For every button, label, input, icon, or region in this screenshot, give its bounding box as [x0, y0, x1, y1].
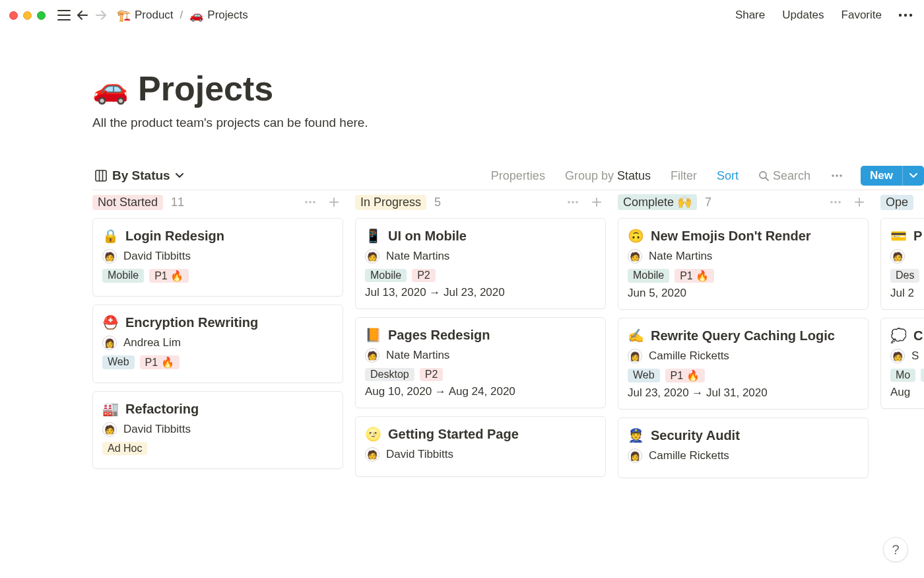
- view-label: By Status: [112, 168, 170, 183]
- card-assignee: 🧑S: [890, 349, 924, 363]
- board-card[interactable]: 📙Pages Redesign🧑Nate MartinsDesktopP2Aug…: [355, 317, 606, 408]
- tag: Des: [890, 269, 919, 283]
- card-title-text: Getting Started Page: [388, 427, 519, 442]
- card-title: 👮Security Audit: [628, 427, 859, 443]
- card-date: Jun 5, 2020: [628, 287, 859, 300]
- card-title: 🏭Refactoring: [102, 401, 333, 417]
- card-date: Aug: [890, 386, 924, 399]
- card-tags: MobileP2: [365, 269, 596, 282]
- assignee-name: Andrea Lim: [123, 336, 181, 349]
- add-card-icon[interactable]: [850, 193, 869, 211]
- card-title: 🙃New Emojis Don't Render: [628, 228, 859, 244]
- avatar: 🧑: [365, 249, 380, 264]
- svg-point-7: [909, 14, 912, 17]
- db-more-icon[interactable]: [828, 166, 846, 185]
- tag: Mobile: [628, 269, 669, 283]
- card-emoji-icon: 🌝: [365, 426, 381, 442]
- column-tools: [826, 193, 869, 211]
- sidebar-toggle-icon[interactable]: [55, 6, 73, 24]
- breadcrumb-parent[interactable]: 🏗️ Product: [114, 7, 176, 24]
- close-window-button[interactable]: [9, 11, 18, 20]
- card-emoji-icon: 💭: [890, 328, 907, 343]
- share-button[interactable]: Share: [733, 7, 768, 23]
- card-title: 📱UI on Mobile: [365, 228, 596, 244]
- column-more-icon[interactable]: [301, 193, 319, 211]
- board-card[interactable]: ⛑️Encryption Rewriting👩Andrea LimWebP1 🔥: [92, 305, 343, 383]
- board-card[interactable]: 📱UI on Mobile🧑Nate MartinsMobileP2Jul 13…: [355, 218, 606, 309]
- status-badge[interactable]: In Progress: [355, 195, 426, 210]
- status-badge[interactable]: Not Started: [92, 195, 163, 210]
- back-icon[interactable]: [73, 6, 92, 24]
- board-card[interactable]: 👮Security Audit👩Camille Ricketts: [618, 417, 869, 478]
- card-tags: MobileP1 🔥: [628, 269, 859, 283]
- card-title-text: Pages Redesign: [388, 328, 490, 343]
- favorite-button[interactable]: Favorite: [839, 7, 884, 23]
- help-button[interactable]: ?: [883, 537, 908, 562]
- page-title[interactable]: 🚗 Projects: [92, 70, 924, 108]
- avatar: 🧑: [102, 422, 117, 437]
- svg-point-22: [572, 201, 574, 203]
- board-card[interactable]: 🏭Refactoring🧑David TibbittsAd Hoc: [92, 391, 343, 469]
- assignee-name: David Tibbitts: [123, 423, 191, 436]
- filter-button[interactable]: Filter: [668, 168, 700, 184]
- add-card-icon[interactable]: [325, 193, 343, 211]
- board-card[interactable]: ✍️Rewrite Query Caching Logic👩Camille Ri…: [618, 318, 869, 410]
- avatar: 🧑: [890, 349, 905, 363]
- board-column: Ope💳P🧑DesP1 🔥Jul 2💭C🧑SMoP4Aug: [880, 190, 924, 486]
- database-tools: Properties Group by Status Filter Sort S…: [488, 166, 924, 186]
- tag: Ad Hoc: [102, 442, 147, 455]
- avatar: 🧑: [628, 249, 642, 264]
- tag: Mobile: [365, 269, 407, 282]
- column-more-icon[interactable]: [564, 193, 582, 211]
- card-title-text: Refactoring: [125, 402, 199, 417]
- svg-point-21: [568, 201, 570, 203]
- tag: Web: [628, 369, 660, 382]
- card-title-text: C: [913, 328, 923, 343]
- add-card-icon[interactable]: [587, 193, 606, 211]
- page-description[interactable]: All the product team's projects can be f…: [92, 116, 924, 130]
- card-emoji-icon: ⛑️: [102, 314, 119, 330]
- more-icon[interactable]: [896, 6, 915, 24]
- board-card[interactable]: 💳P🧑DesP1 🔥Jul 2: [880, 218, 924, 310]
- svg-point-5: [899, 14, 902, 17]
- group-by-button[interactable]: Group by Status: [562, 168, 653, 184]
- svg-point-16: [305, 201, 308, 203]
- new-button[interactable]: New: [861, 166, 924, 186]
- view-switcher[interactable]: By Status: [92, 167, 186, 184]
- column-count: 11: [171, 196, 184, 209]
- card-title-text: New Emojis Don't Render: [651, 229, 811, 244]
- board-card[interactable]: 🔒Login Redesign🧑David TibbittsMobileP1 🔥: [92, 218, 343, 297]
- card-title-text: Encryption Rewriting: [125, 315, 258, 330]
- search-button[interactable]: Search: [756, 168, 813, 184]
- maximize-window-button[interactable]: [37, 11, 46, 20]
- page-icon[interactable]: 🚗: [92, 73, 129, 104]
- avatar: 👩: [628, 449, 642, 463]
- tag: P1 🔥: [140, 355, 180, 369]
- svg-point-6: [904, 14, 907, 17]
- topbar: 🏗️ Product / 🚗 Projects Share Updates Fa…: [0, 0, 924, 30]
- card-emoji-icon: 📙: [365, 327, 381, 343]
- sort-button[interactable]: Sort: [714, 168, 741, 184]
- column-header: Complete 🙌7: [618, 190, 869, 218]
- board-card[interactable]: 💭C🧑SMoP4Aug: [880, 318, 924, 409]
- chevron-down-icon: [909, 173, 917, 178]
- properties-button[interactable]: Properties: [488, 168, 548, 184]
- breadcrumb-separator: /: [180, 9, 183, 22]
- forward-icon[interactable]: [92, 6, 110, 24]
- board-card[interactable]: 🌝Getting Started Page🧑David Tibbitts: [355, 416, 606, 477]
- status-badge[interactable]: Ope: [880, 195, 913, 210]
- minimize-window-button[interactable]: [23, 11, 32, 20]
- card-emoji-icon: 💳: [890, 228, 907, 244]
- card-tags: DesP1 🔥: [890, 269, 924, 283]
- status-badge[interactable]: Complete 🙌: [618, 194, 697, 210]
- breadcrumb-current[interactable]: 🚗 Projects: [187, 7, 250, 24]
- card-date: Jul 2: [890, 287, 924, 300]
- column-header: In Progress5: [355, 190, 606, 218]
- assignee-name: Nate Martins: [386, 349, 449, 362]
- new-button-dropdown[interactable]: [902, 166, 924, 186]
- board-card[interactable]: 🙃New Emojis Don't Render🧑Nate MartinsMob…: [618, 218, 869, 310]
- tag: Desktop: [365, 368, 414, 381]
- updates-button[interactable]: Updates: [779, 7, 826, 23]
- column-more-icon[interactable]: [826, 193, 845, 211]
- page-title-text: Projects: [138, 70, 273, 108]
